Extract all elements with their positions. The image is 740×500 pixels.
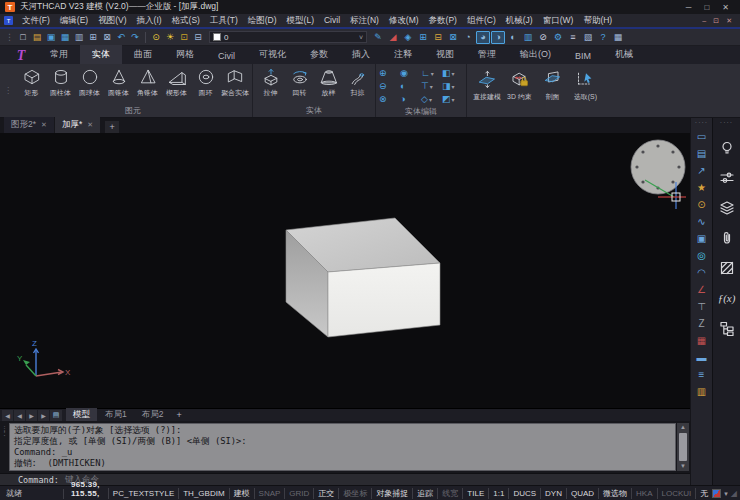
paperclip-icon[interactable] bbox=[718, 229, 736, 246]
save-all-icon[interactable]: ▦ bbox=[58, 31, 72, 44]
panels-toggle-icon[interactable]: ▥ bbox=[521, 31, 535, 44]
sliders-icon[interactable] bbox=[718, 169, 736, 186]
shell-solid-button[interactable]: ◉ bbox=[400, 69, 421, 78]
ribbon-button[interactable]: 3D 约束 bbox=[503, 65, 536, 102]
menu-item[interactable]: 格式(S) bbox=[167, 15, 205, 27]
menu-item[interactable]: 帮助(H) bbox=[578, 15, 617, 27]
ribbon-button[interactable]: 放样 bbox=[314, 65, 343, 98]
layer-sun-icon[interactable]: ☀ bbox=[163, 31, 177, 44]
bool-union-button[interactable]: ⊕ bbox=[379, 69, 400, 78]
ribbon-button[interactable]: 选取(S) bbox=[569, 65, 602, 102]
document-tab[interactable]: 图形2* ✕ bbox=[4, 117, 54, 133]
wall-tool-icon[interactable]: ▥ bbox=[694, 385, 709, 398]
minimize-button[interactable]: ─ bbox=[686, 3, 692, 12]
layout-tab-布局1[interactable]: 布局1 bbox=[98, 408, 134, 422]
offset-tool-icon[interactable]: ≡ bbox=[694, 368, 709, 381]
face-taper-button[interactable]: ◨ ▾ bbox=[442, 82, 463, 91]
status-toggle-DYN[interactable]: DYN bbox=[540, 488, 566, 499]
new-layout-button[interactable]: + bbox=[171, 410, 186, 420]
ribbon-tab-Civil[interactable]: Civil bbox=[206, 48, 247, 64]
view-ne-icon[interactable]: ◑ bbox=[491, 31, 505, 44]
ribbon-button[interactable]: 聚合实体 bbox=[220, 65, 249, 98]
face-offset-button[interactable]: ◩ ▾ bbox=[442, 95, 463, 104]
open-folder-icon[interactable]: ▤ bbox=[30, 31, 44, 44]
ribbon-button[interactable]: 圆环 bbox=[191, 65, 220, 98]
doc-minimize-button[interactable]: – bbox=[702, 17, 706, 25]
publish-icon[interactable]: ⊠ bbox=[100, 31, 114, 44]
layout-nav-last-button[interactable]: ▶ bbox=[38, 410, 49, 421]
layout-tab-布局2[interactable]: 布局2 bbox=[135, 408, 171, 422]
ribbon-button[interactable]: 楔形体 bbox=[162, 65, 191, 98]
ribbon-button[interactable]: 圆锥体 bbox=[104, 65, 133, 98]
menu-item[interactable]: 编辑(E) bbox=[55, 15, 93, 27]
redo-icon[interactable]: ↷ bbox=[128, 31, 142, 44]
ribbon-tab-参数[interactable]: 参数 bbox=[298, 45, 340, 64]
box-check-icon[interactable]: ▦ bbox=[694, 334, 709, 347]
print-icon[interactable]: ⊞ bbox=[86, 31, 100, 44]
maximize-button[interactable]: □ bbox=[704, 3, 709, 12]
menu-item[interactable]: 文件(F) bbox=[17, 15, 55, 27]
status-toggle-建模[interactable]: 建模 bbox=[229, 488, 254, 499]
status-toggle-微选物[interactable]: 微选物 bbox=[598, 488, 631, 499]
undo-icon[interactable]: ↶ bbox=[114, 31, 128, 44]
close-button[interactable]: ✕ bbox=[722, 3, 729, 12]
help-circle-icon[interactable]: ? bbox=[596, 31, 610, 44]
spline-tool-icon[interactable]: ∿ bbox=[694, 215, 709, 228]
status-toggle-QUAD[interactable]: QUAD bbox=[566, 488, 598, 499]
view-sw-icon[interactable]: ◔ bbox=[461, 31, 475, 44]
ribbon-drag-handle[interactable]: ⋮ bbox=[4, 86, 12, 95]
status-toggle-TILE[interactable]: TILE bbox=[462, 488, 488, 499]
layout-nav-next-button[interactable]: ▶ bbox=[26, 410, 37, 421]
status-toggle-HKA[interactable]: HKA bbox=[631, 488, 656, 499]
status-toggle-对象捕捉[interactable]: 对象捕捉 bbox=[371, 488, 412, 499]
chevron-down-icon[interactable]: ▾ bbox=[724, 490, 728, 498]
settings-gear-icon[interactable]: ⚙ bbox=[551, 31, 565, 44]
hierarchy-icon[interactable] bbox=[718, 319, 736, 336]
document-tab[interactable]: 加厚* ✕ bbox=[55, 117, 100, 133]
ribbon-button[interactable]: 圆柱体 bbox=[46, 65, 75, 98]
fields-list-icon[interactable]: ≡ bbox=[566, 31, 580, 44]
edge-tee-button[interactable]: ⊤ ▾ bbox=[421, 82, 442, 91]
slab-tool-icon[interactable]: ▬ bbox=[694, 351, 709, 364]
batch-plot-icon[interactable]: ▦ bbox=[611, 31, 625, 44]
new-file-icon[interactable]: □ bbox=[16, 31, 30, 44]
ribbon-button[interactable]: 直接建模 bbox=[470, 65, 503, 102]
check-solid-button[interactable]: ◑ bbox=[400, 95, 421, 104]
layer-plot-style-icon[interactable]: ⊟ bbox=[191, 31, 205, 44]
scroll-down-icon[interactable]: ▼ bbox=[680, 462, 686, 471]
imprint-solid-button[interactable]: ◐ bbox=[400, 82, 421, 91]
new-document-tab-button[interactable]: + bbox=[105, 121, 119, 133]
clean-screen-icon[interactable]: ⊘ bbox=[536, 31, 550, 44]
layout-nav-prev-button[interactable]: ◀ bbox=[14, 410, 25, 421]
resize-grip[interactable]: ◢ bbox=[731, 489, 737, 498]
ribbon-button[interactable]: 回转 bbox=[285, 65, 314, 98]
hatch-icon[interactable] bbox=[718, 259, 736, 276]
ribbon-button[interactable]: 矩形 bbox=[17, 65, 46, 98]
save-icon[interactable]: ▣ bbox=[44, 31, 58, 44]
bool-subtract-button[interactable]: ⊖ bbox=[379, 82, 400, 91]
ribbon-tab-网格[interactable]: 网格 bbox=[164, 45, 206, 64]
toolbar-drag-handle[interactable]: ···· bbox=[695, 120, 708, 126]
ribbon-button[interactable]: 拉伸 bbox=[256, 65, 285, 98]
ribbon-tab-管理[interactable]: 管理 bbox=[466, 45, 508, 64]
match-properties-icon[interactable]: ✎ bbox=[371, 31, 385, 44]
arc-tool-icon[interactable]: ◠ bbox=[694, 266, 709, 279]
menu-item[interactable]: 模型(L) bbox=[282, 15, 319, 27]
layer-lock-icon[interactable]: ⊡ bbox=[177, 31, 191, 44]
status-toggle-线宽[interactable]: 线宽 bbox=[437, 488, 462, 499]
menu-item[interactable]: 组件(C) bbox=[462, 15, 501, 27]
command-drag-handle[interactable]: ⋮⋮ bbox=[0, 423, 9, 471]
view-se-icon[interactable]: ◕ bbox=[476, 31, 490, 44]
menu-item[interactable]: 参数(P) bbox=[424, 15, 462, 27]
plot-preview-icon[interactable]: ▥ bbox=[72, 31, 86, 44]
layer-walk-icon[interactable]: ⊞ bbox=[416, 31, 430, 44]
menu-item[interactable]: 修改(M) bbox=[384, 15, 424, 27]
viewport-config-icon[interactable]: ▭ bbox=[694, 130, 709, 143]
menu-item[interactable]: 机械(J) bbox=[501, 15, 538, 27]
status-toggle-GRID[interactable]: GRID bbox=[284, 488, 313, 499]
menu-item[interactable]: 视图(V) bbox=[93, 15, 131, 27]
status-toggle-正交[interactable]: 正交 bbox=[313, 488, 338, 499]
ribbon-tab-曲面[interactable]: 曲面 bbox=[122, 45, 164, 64]
edge-corner-button[interactable]: ∟ ▾ bbox=[421, 69, 442, 78]
ribbon-tab-可视化[interactable]: 可视化 bbox=[247, 45, 298, 64]
